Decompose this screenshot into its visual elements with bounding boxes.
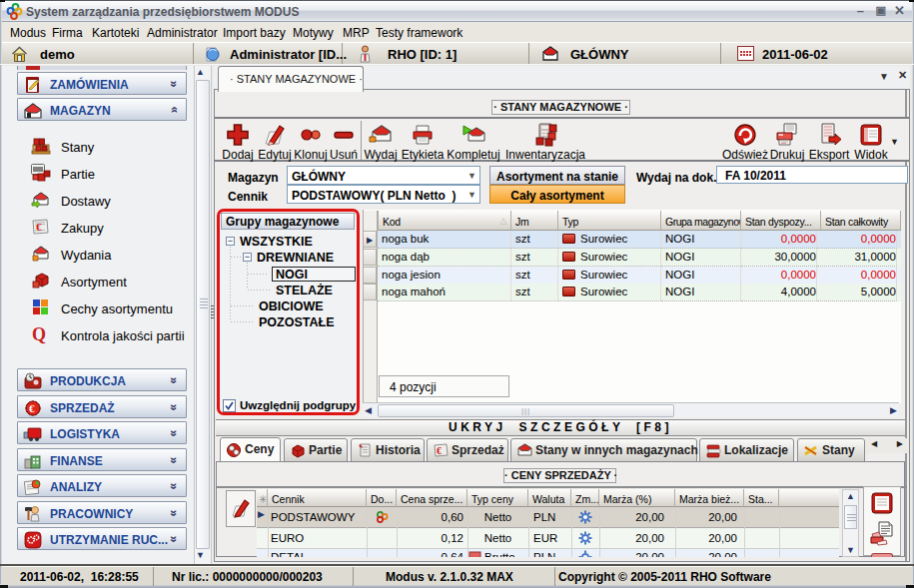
svg-text:€: € (36, 221, 42, 233)
svg-text:€: € (29, 402, 35, 414)
svg-text:€: € (437, 445, 442, 456)
svg-text:Q: Q (32, 324, 46, 344)
